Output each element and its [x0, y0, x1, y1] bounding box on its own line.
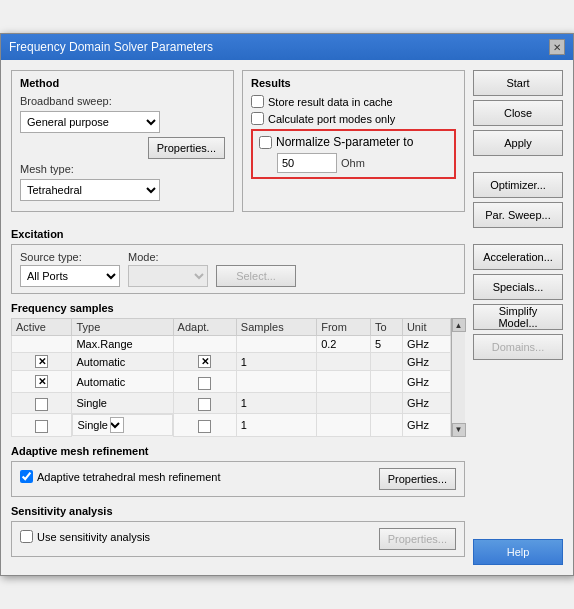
adaptive-mesh-inner: Adaptive tetrahedral mesh refinement Pro…	[11, 461, 465, 497]
active-checkbox-unchecked4[interactable]	[35, 420, 48, 433]
content-area: Method Broadband sweep: General purpose …	[1, 60, 573, 575]
normalize-label: Normalize S-parameter to	[276, 135, 413, 149]
excitation-controls: Source type: All Ports Mode:	[20, 251, 456, 287]
broadband-select[interactable]: General purpose	[20, 111, 160, 133]
sensitivity-checkbox[interactable]	[20, 530, 33, 543]
col-type: Type	[72, 319, 173, 336]
left-panel: Method Broadband sweep: General purpose …	[11, 70, 465, 565]
scroll-track	[452, 332, 465, 423]
help-button[interactable]: Help	[473, 539, 563, 565]
mesh-type-row: Tetrahedral	[20, 179, 225, 201]
row2-to	[370, 353, 402, 371]
properties-row: Properties...	[20, 137, 225, 159]
row2-type: Automatic	[72, 353, 173, 371]
row5-to	[370, 414, 402, 437]
row5-active	[12, 414, 72, 437]
row4-adapt	[173, 392, 236, 414]
adaptive-mesh-title: Adaptive mesh refinement	[11, 445, 465, 457]
freq-table-container: Active Type Adapt. Samples From To Unit	[11, 318, 451, 437]
mode-label: Mode:	[128, 251, 208, 263]
normalize-inner: Normalize S-parameter to	[259, 135, 448, 149]
calc-port-checkbox[interactable]	[251, 112, 264, 125]
row1-type: Max.Range	[72, 336, 173, 353]
adapt-checkbox-unchecked[interactable]	[198, 377, 211, 390]
broadband-label: Broadband sweep:	[20, 95, 225, 107]
scroll-up-btn[interactable]: ▲	[452, 318, 466, 332]
row3-samples	[236, 371, 316, 393]
adaptive-mesh-section: Adaptive mesh refinement Adaptive tetrah…	[11, 445, 465, 497]
par-sweep-button[interactable]: Par. Sweep...	[473, 202, 563, 228]
calc-port-label: Calculate port modes only	[268, 113, 395, 125]
row2-adapt	[173, 353, 236, 371]
excitation-section: Excitation Source type: All Ports Mode:	[11, 228, 465, 294]
start-button[interactable]: Start	[473, 70, 563, 96]
row5-adapt	[173, 414, 236, 437]
results-section: Results Store result data in cache Calcu…	[242, 70, 465, 212]
normalize-checkbox[interactable]	[259, 136, 272, 149]
normalize-box: Normalize S-parameter to Ohm	[251, 129, 456, 179]
row2-from	[317, 353, 371, 371]
store-cache-checkbox[interactable]	[251, 95, 264, 108]
active-checkbox-checked[interactable]	[35, 355, 48, 368]
row5-type: Single ▼	[72, 414, 172, 436]
normalize-input[interactable]	[277, 153, 337, 173]
freq-table: Active Type Adapt. Samples From To Unit	[11, 318, 451, 437]
window-title: Frequency Domain Solver Parameters	[9, 40, 213, 54]
adapt-checkbox-unchecked4[interactable]	[198, 420, 211, 433]
active-checkbox-unchecked3[interactable]	[35, 398, 48, 411]
close-button[interactable]: ✕	[549, 39, 565, 55]
store-cache-label: Store result data in cache	[268, 96, 393, 108]
sensitivity-checkbox-label: Use sensitivity analysis	[37, 531, 150, 543]
row4-type: Single	[72, 392, 173, 414]
sensitivity-properties-button[interactable]: Properties...	[379, 528, 456, 550]
adapt-checkbox-unchecked3[interactable]	[198, 398, 211, 411]
optimizer-button[interactable]: Optimizer...	[473, 172, 563, 198]
col-to: To	[370, 319, 402, 336]
main-window: Frequency Domain Solver Parameters ✕ Met…	[0, 33, 574, 576]
excitation-title: Excitation	[11, 228, 465, 240]
simplify-model-button[interactable]: Simplify Model...	[473, 304, 563, 330]
properties-button[interactable]: Properties...	[148, 137, 225, 159]
row5-samples: 1	[236, 414, 316, 437]
scroll-down-btn[interactable]: ▼	[452, 423, 466, 437]
select-button[interactable]: Select...	[216, 265, 296, 287]
broadband-row: General purpose	[20, 111, 225, 133]
source-type-select[interactable]: All Ports	[20, 265, 120, 287]
apply-button[interactable]: Apply	[473, 130, 563, 156]
mesh-type-label: Mesh type:	[20, 163, 225, 175]
row1-samples	[236, 336, 316, 353]
title-bar: Frequency Domain Solver Parameters ✕	[1, 34, 573, 60]
sensitivity-inner: Use sensitivity analysis Properties...	[11, 521, 465, 557]
active-checkbox-checked2[interactable]	[35, 375, 48, 388]
spacer2	[473, 232, 563, 240]
close-btn[interactable]: Close	[473, 100, 563, 126]
store-cache-row: Store result data in cache	[251, 95, 456, 108]
row1-unit: GHz	[402, 336, 450, 353]
row3-type: Automatic	[72, 371, 173, 393]
row2-active	[12, 353, 72, 371]
mode-select[interactable]	[128, 265, 208, 287]
single-dropdown[interactable]: ▼	[110, 417, 124, 433]
col-adapt: Adapt.	[173, 319, 236, 336]
col-from: From	[317, 319, 371, 336]
table-row: Automatic 1 GHz	[12, 353, 451, 371]
adapt-checkbox-checked[interactable]	[198, 355, 211, 368]
spacer3	[473, 364, 563, 535]
mode-col: Mode:	[128, 251, 208, 287]
row2-samples: 1	[236, 353, 316, 371]
specials-button[interactable]: Specials...	[473, 274, 563, 300]
adaptive-checkbox[interactable]	[20, 470, 33, 483]
domains-button[interactable]: Domains...	[473, 334, 563, 360]
method-title: Method	[20, 77, 225, 89]
calc-port-row: Calculate port modes only	[251, 112, 456, 125]
row3-from	[317, 371, 371, 393]
col-active: Active	[12, 319, 72, 336]
row1-active	[12, 336, 72, 353]
adaptive-properties-button[interactable]: Properties...	[379, 468, 456, 490]
acceleration-button[interactable]: Acceleration...	[473, 244, 563, 270]
frequency-samples-section: Frequency samples Active Type Adapt. Sam…	[11, 302, 465, 437]
top-sections: Method Broadband sweep: General purpose …	[11, 70, 465, 220]
normalize-value-row: Ohm	[277, 153, 448, 173]
row4-to	[370, 392, 402, 414]
mesh-type-select[interactable]: Tetrahedral	[20, 179, 160, 201]
